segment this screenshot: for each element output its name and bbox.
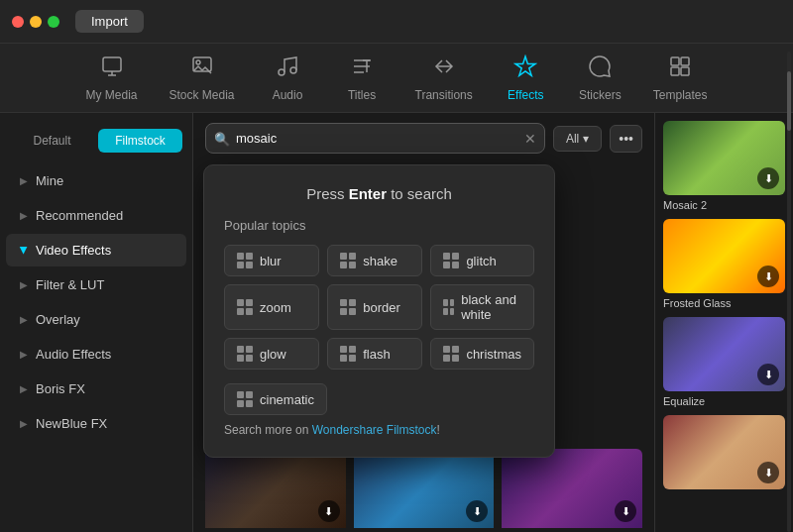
chevron-video-effects-icon: ▶ [19,247,30,255]
tab-audio[interactable]: Audio [251,47,325,110]
sidebar-item-boris-fx[interactable]: ▶ Boris FX [6,372,186,405]
close-button[interactable] [12,16,24,28]
right-thumb-frosted-glass: ⬇ [663,219,785,293]
topic-blur-icon [237,253,253,268]
download-mosaic2-icon[interactable]: ⬇ [757,167,779,189]
topic-black-white[interactable]: black and white [430,284,534,330]
media-item-urban-dyn[interactable]: ⬇ Urban Dyn...Overlay 02 [502,449,642,532]
download-frosted-glass-icon[interactable]: ⬇ [757,266,779,287]
tab-transitions[interactable]: Transitions [399,47,489,110]
filter-dropdown-button[interactable]: All ▾ [553,126,602,152]
clear-search-button[interactable]: ✕ [524,131,536,147]
svg-point-4 [290,67,296,73]
sidebar-item-overlay[interactable]: ▶ Overlay [6,303,186,336]
traffic-lights [12,16,59,28]
stock-media-icon [190,54,214,84]
tab-stickers[interactable]: Stickers [563,47,637,110]
topic-glitch[interactable]: glitch [430,245,534,276]
sidebar-tab-filmstock[interactable]: Filmstock [98,129,182,153]
topic-border[interactable]: border [327,284,422,330]
tab-effects[interactable]: Effects [489,47,563,110]
topic-cinematic-label: cinematic [260,392,314,407]
topic-zoom[interactable]: zoom [224,284,319,330]
sidebar-item-audio-effects-label: Audio Effects [36,347,111,362]
sidebar-item-video-effects[interactable]: ▶ Video Effects [6,234,186,266]
tab-my-media[interactable]: My Media [70,47,154,110]
sidebar-item-newblue-fx[interactable]: ▶ NewBlue FX [6,407,186,440]
tab-my-media-label: My Media [86,88,138,102]
chevron-overlay-icon: ▶ [20,314,28,325]
right-label-mosaic2: Mosaic 2 [663,199,785,211]
sidebar-item-audio-effects[interactable]: ▶ Audio Effects [6,338,186,371]
filmstock-suffix: ! [437,423,440,437]
topic-blur-label: blur [260,254,282,268]
topic-cinematic-icon [237,391,253,407]
media-thumb-zine-pack: ⬇ [354,449,495,528]
svg-point-3 [279,69,284,75]
tab-templates[interactable]: Templates [637,47,724,110]
audio-icon [276,54,299,84]
maximize-button[interactable] [48,16,59,28]
topic-shake[interactable]: shake [327,245,422,276]
more-options-button[interactable]: ••• [610,125,642,153]
svg-rect-8 [681,67,689,75]
chevron-mine-icon: ▶ [20,175,28,186]
content-area: 🔍 ✕ All ▾ ••• Press Enter to search Popu… [193,113,654,532]
tab-effects-label: Effects [508,88,543,102]
topic-cinematic[interactable]: cinematic [224,383,327,415]
tab-templates-label: Templates [653,88,708,102]
download-zine-pack-icon[interactable]: ⬇ [466,500,488,522]
sidebar-item-mine-label: Mine [36,173,63,188]
filmstock-link-anchor[interactable]: Wondershare Filmstock [312,423,437,437]
topic-christmas-label: christmas [466,347,521,362]
hint-prefix: Press [306,185,349,202]
tab-titles-label: Titles [348,88,376,102]
sidebar-item-filter-lut[interactable]: ▶ Filter & LUT [6,268,186,301]
media-thumb-urban-dyn: ⬇ [502,449,642,528]
right-item-mosaic2[interactable]: ⬇ Mosaic 2 [663,121,785,211]
topic-flash-label: flash [363,347,390,362]
sidebar-item-recommended[interactable]: ▶ Recommended [6,199,186,232]
tab-stock-media-label: Stock Media [170,88,235,102]
topic-glitch-label: glitch [466,254,496,268]
scrollbar-thumb[interactable] [787,71,791,131]
tab-audio-label: Audio [273,88,303,102]
chevron-filter-lut-icon: ▶ [20,279,28,290]
topic-glow-icon [237,346,253,362]
right-item-frosted-glass[interactable]: ⬇ Frosted Glass [663,219,785,309]
svg-point-2 [196,60,200,64]
tab-stickers-label: Stickers [579,88,622,102]
topic-border-label: border [363,300,400,315]
topic-flash[interactable]: flash [327,338,422,370]
sidebar-item-mine[interactable]: ▶ Mine [6,164,186,197]
import-button[interactable]: Import [75,10,144,33]
right-item-equalize[interactable]: ⬇ Equalize [663,317,785,407]
sidebar-item-boris-fx-label: Boris FX [36,381,85,396]
chevron-boris-fx-icon: ▶ [20,383,28,394]
search-input[interactable] [205,123,545,154]
topic-blur[interactable]: blur [224,245,319,276]
tab-stock-media[interactable]: Stock Media [154,47,251,110]
main-content: Default Filmstock ▶ Mine ▶ Recommended ▶… [0,113,793,532]
topic-christmas[interactable]: christmas [430,338,534,370]
topic-glow-label: glow [260,347,286,362]
titlebar: Import [0,0,793,44]
tab-titles[interactable]: Titles [325,47,399,110]
download-person-icon[interactable]: ⬇ [757,462,779,483]
search-icon: 🔍 [214,131,230,146]
right-item-person[interactable]: ⬇ [663,415,785,489]
topic-flash-icon [340,346,356,362]
download-overlay05-icon[interactable]: ⬇ [318,500,340,522]
topics-grid: blur shake [224,245,534,370]
topic-christmas-icon [443,346,459,362]
topic-glow[interactable]: glow [224,338,319,370]
download-equalize-icon[interactable]: ⬇ [757,364,779,385]
sidebar-tab-default[interactable]: Default [10,129,94,153]
media-item-overlay05[interactable]: ⬇ Overlay_05 [205,449,346,532]
topic-black-white-label: black and white [461,292,521,322]
download-urban-dyn-icon[interactable]: ⬇ [615,500,636,522]
media-item-zine-pack[interactable]: ⬇ Zine Pack Overlay 03 [354,449,495,532]
chevron-recommended-icon: ▶ [20,210,28,221]
minimize-button[interactable] [30,16,42,28]
my-media-icon [100,54,124,84]
